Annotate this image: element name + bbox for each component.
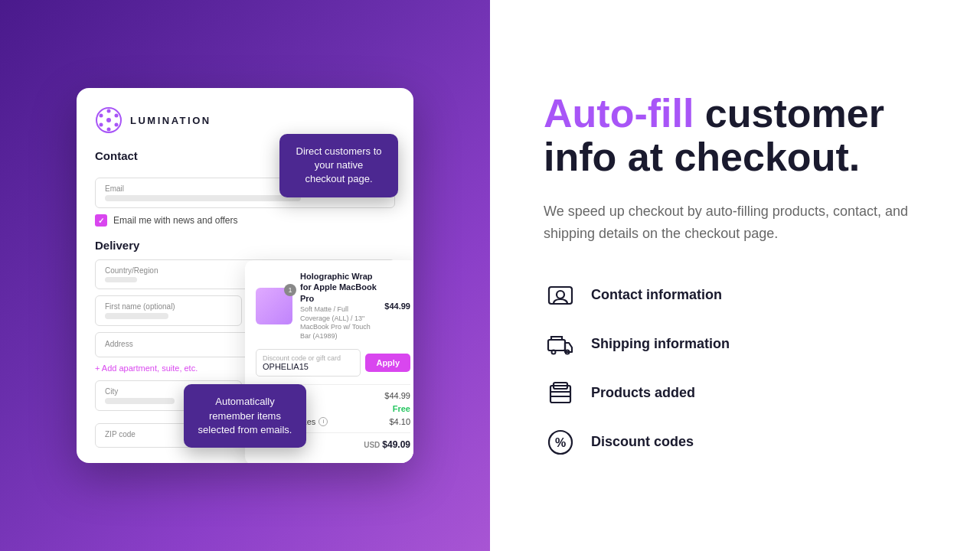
feature-products-label: Products added <box>591 385 695 401</box>
logo-text: LUMINATION <box>130 115 211 126</box>
discount-code-value: OPHELIA15 <box>263 362 354 371</box>
taxes-info-icon: i <box>318 417 328 426</box>
svg-point-4 <box>107 128 111 132</box>
tooltip-bottom: Automatically remember items selected fr… <box>184 384 306 448</box>
subtext: We speed up checkout by auto-filling pro… <box>544 201 911 245</box>
svg-point-3 <box>115 123 119 127</box>
product-image: 1 <box>256 288 292 324</box>
svg-point-6 <box>100 114 103 118</box>
tooltip-top: Direct customers to your native checkout… <box>279 134 398 197</box>
svg-point-5 <box>100 123 103 127</box>
logo-row: LUMINATION <box>95 106 395 134</box>
shipping-value: Free <box>393 404 410 413</box>
feature-contact: Contact information <box>544 279 926 312</box>
discount-icon-wrap: % <box>544 425 577 459</box>
order-item-row: 1 Holographic Wrap for Apple MacBook Pro… <box>256 271 410 341</box>
svg-point-9 <box>557 291 564 298</box>
contact-icon-wrap <box>544 279 577 312</box>
svg-point-7 <box>106 118 111 122</box>
discount-hint: Discount code or gift card <box>263 354 354 362</box>
feature-shipping: Shipping information <box>544 328 926 361</box>
svg-point-1 <box>107 109 111 113</box>
first-name-field[interactable]: First name (optional) <box>95 295 242 326</box>
discount-icon: % <box>547 429 574 456</box>
product-price: $44.99 <box>384 302 410 311</box>
feature-discount: % Discount codes <box>544 425 926 459</box>
email-checkbox[interactable] <box>95 214 107 227</box>
logo-icon <box>95 106 122 134</box>
contact-icon <box>547 282 574 309</box>
total-value: $49.09 <box>382 439 410 450</box>
country-label: Country/Region <box>105 266 158 275</box>
subtotal-value: $44.99 <box>384 391 410 400</box>
shipping-icon <box>547 331 574 358</box>
apply-button[interactable]: Apply <box>365 354 410 372</box>
product-variant: Soft Matte / Full Coverage (ALL) / 13" M… <box>300 305 377 341</box>
checkout-card: LUMINATION Contact Have an account? Emai… <box>77 88 413 463</box>
products-icon-wrap <box>544 377 577 410</box>
first-name-value <box>105 313 168 319</box>
right-panel: Auto-fill customer info at checkout. We … <box>490 0 980 551</box>
svg-rect-8 <box>549 287 572 304</box>
products-icon <box>547 380 574 407</box>
feature-products: Products added <box>544 377 926 410</box>
first-name-label: First name (optional) <box>105 302 232 311</box>
contact-label: Contact <box>95 149 138 162</box>
left-panel: LUMINATION Contact Have an account? Emai… <box>0 0 490 551</box>
feature-contact-label: Contact information <box>591 287 722 303</box>
feature-discount-label: Discount codes <box>591 434 694 450</box>
product-name: Holographic Wrap for Apple MacBook Pro <box>300 271 377 304</box>
tooltip-top-text: Direct customers to your native checkout… <box>296 145 382 184</box>
total-currency: USD <box>364 441 380 449</box>
country-value <box>105 277 137 282</box>
discount-input[interactable]: Discount code or gift card OPHELIA15 <box>256 349 361 377</box>
headline-purple: Auto-fill <box>544 91 694 135</box>
headline: Auto-fill customer info at checkout. <box>544 92 926 179</box>
delivery-label: Delivery <box>95 239 395 252</box>
svg-text:%: % <box>555 436 566 449</box>
product-info: Holographic Wrap for Apple MacBook Pro S… <box>300 271 377 341</box>
feature-shipping-label: Shipping information <box>591 336 730 352</box>
feature-list: Contact information Shipping information <box>544 279 926 459</box>
total-amount: USD$49.09 <box>364 439 410 450</box>
svg-point-11 <box>552 350 556 354</box>
product-qty-badge: 1 <box>284 284 296 296</box>
email-checkbox-row: Email me with news and offers <box>95 214 395 227</box>
email-checkbox-label: Email me with news and offers <box>113 215 238 226</box>
discount-row: Discount code or gift card OPHELIA15 App… <box>256 349 410 377</box>
svg-rect-10 <box>548 340 565 350</box>
taxes-value: $4.10 <box>389 417 410 426</box>
svg-point-2 <box>115 114 119 118</box>
shipping-icon-wrap <box>544 328 577 361</box>
email-value <box>105 195 301 201</box>
city-value <box>105 398 175 404</box>
tooltip-bottom-text: Automatically remember items selected fr… <box>198 396 292 435</box>
